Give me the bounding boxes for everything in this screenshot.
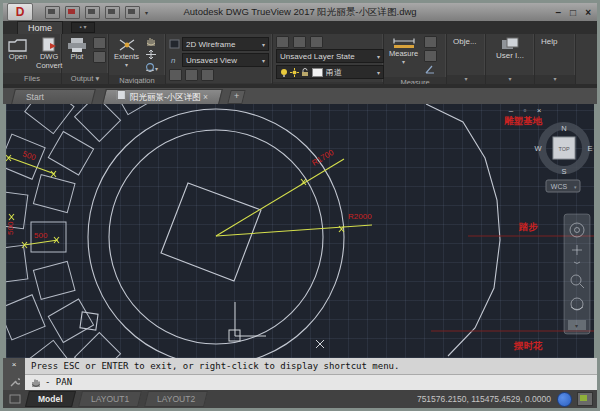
navbar-menu-icon: ▾ [575,323,578,329]
tab-drawing[interactable]: 阳光丽景-小区详图 × [102,89,223,104]
tab-layout1[interactable]: LAYOUT1 [78,391,142,407]
panel-output: Plot Output ▾ [62,34,109,84]
window-title: Autodesk DWG TrueView 2017 阳光丽景-小区详图.dwg [3,6,597,19]
layer-properties-icon[interactable] [276,36,289,48]
panel-output-label: Output ▾ [62,73,108,84]
dim-radius-outer: R2000 [348,212,372,221]
dim-radius-inner: R1700 [310,148,335,168]
tab-layout2[interactable]: LAYOUT2 [144,391,208,407]
view-state-dropdown[interactable]: Unsaved View▾ [182,53,269,67]
command-input-line[interactable]: - PAN [25,375,597,391]
status-bar: Model LAYOUT1 LAYOUT2 751576.2150, 11547… [3,390,597,408]
ribbon: Open DWG Convert Files Plot O [3,34,597,84]
navigation-bar[interactable]: ▾ [564,214,590,334]
named-views-icon[interactable] [185,69,198,81]
panel-objects-expand-icon[interactable]: ▾ [447,75,485,84]
new-tab-button[interactable]: + [227,90,245,104]
viewcube[interactable]: TOP N W E S WCS ▾ [534,124,592,192]
restore-viewport-icon[interactable] [201,69,214,81]
panel-objects[interactable]: Obje... ▾ [447,34,486,84]
annotation-seasonal-flowers: 摆时花 [513,340,543,351]
maximize-button[interactable]: □ [570,7,576,18]
zoom-extents-button[interactable]: Extents ▾ [112,36,141,70]
viewcube-toggle-icon[interactable] [557,392,572,407]
wcs-label: WCS [551,183,568,190]
layer-unisolate-icon[interactable] [310,36,323,48]
open-button[interactable]: Open [6,36,30,63]
command-close-icon[interactable]: × [12,360,17,369]
dim-offset-2: 500 [34,231,48,240]
panel-help[interactable]: Help ▾ [535,34,576,84]
file-tab-bar: Start 阳光丽景-小区详图 × + [3,88,597,104]
drawing-geometry: R1700 R2000 500 500 500 雕塑基地 踏步 摆时花 – ▫ … [6,104,594,358]
viewcube-east: E [587,144,592,153]
drawing-file-icon [117,90,126,100]
customize-wrench-icon[interactable] [9,377,20,388]
visual-style-icon [169,39,180,49]
drawing-minimize-icon[interactable]: – [509,106,514,115]
quick-measure-icon[interactable] [424,36,437,48]
layout-icon [9,393,21,405]
command-line-side-strip: × [3,358,25,390]
convert-icon [40,37,58,53]
printer-icon [67,37,87,53]
panel-help-label: Help [535,34,575,75]
plot-button[interactable]: Plot [65,36,89,63]
panel-layers: Unsaved Layer State▾ 甬道▾ Layers [273,34,384,84]
command-line-area: × Press ESC or ENTER to exit, or right-c… [3,358,597,390]
user-interface-icon [501,37,519,50]
pan-icon[interactable] [145,36,157,47]
viewcube-south: S [561,167,566,176]
svg-text:n: n [171,56,176,65]
drawing-window-controls: – ▫ × [509,106,542,115]
title-bar: D ▾ Autodesk DWG TrueView 2017 阳光丽景-小区详图… [3,3,597,21]
panel-user-interface-expand-icon[interactable]: ▾ [486,75,534,84]
measure-list-icon[interactable] [424,50,437,62]
panel-files-label: Files [3,73,61,84]
viewport-config-icon[interactable] [169,69,182,81]
tab-start[interactable]: Start [11,89,96,104]
dim-offset-1: 500 [21,149,37,162]
preview-icon[interactable] [93,37,106,49]
dim-offset-3: 500 [6,221,15,235]
drawing-canvas[interactable]: R1700 R2000 500 500 500 雕塑基地 踏步 摆时花 – ▫ … [6,104,594,358]
ribbon-display-toggle[interactable]: ▪ ▾ [71,22,95,33]
viewcube-west: W [534,144,542,153]
svg-text:▾: ▾ [155,66,158,72]
tab-close-icon[interactable]: × [203,92,208,102]
batch-plot-small-icon[interactable] [93,51,106,63]
layer-on-bulb-icon [280,68,288,77]
panel-help-expand-icon[interactable]: ▾ [535,75,575,84]
visual-style-dropdown[interactable]: 2D Wireframe▾ [182,37,269,51]
drawing-restore-icon[interactable]: ▫ [524,106,527,115]
zoom-extents-icon [117,37,137,53]
measure-button[interactable]: Measure ▾ [387,36,420,67]
layer-state-dropdown[interactable]: Unsaved Layer State▾ [276,49,384,63]
viewcube-north: N [561,124,566,133]
command-history-line: Press ESC or ENTER to exit, or right-cli… [25,358,597,375]
layer-freeze-sun-icon [290,68,299,77]
annotation-sculpture-base: 雕塑基地 [503,115,543,126]
panel-view: 2D Wireframe▾ n Unsaved View▾ View [166,34,273,84]
measure-angle-icon[interactable] [424,64,436,75]
swivel-icon[interactable] [145,49,157,60]
close-button[interactable]: × [585,7,591,18]
layer-color-swatch [312,68,323,77]
orbit-icon[interactable]: ▾ [145,62,159,73]
dwg-convert-button[interactable]: DWG Convert [34,36,64,71]
folder-icon [8,37,28,53]
minimize-button[interactable]: – [556,7,562,18]
layer-unlock-icon [301,68,309,77]
panel-files: Open DWG Convert Files [3,34,62,84]
tab-home[interactable]: Home [17,21,63,34]
panel-navigation: Extents ▾ ▾ Navigation [109,34,166,84]
annotation-steps: 踏步 [518,221,539,232]
layer-dropdown[interactable]: 甬道▾ [276,65,384,79]
panel-user-interface[interactable]: User I... ▾ [486,34,535,84]
tab-model[interactable]: Model [25,391,76,407]
sculpture-base-square [161,183,261,281]
drawing-close-icon[interactable]: × [537,106,542,115]
isolate-objects-icon[interactable] [577,392,593,406]
panel-objects-label: Obje... [447,34,485,75]
layer-isolate-icon[interactable] [293,36,306,48]
